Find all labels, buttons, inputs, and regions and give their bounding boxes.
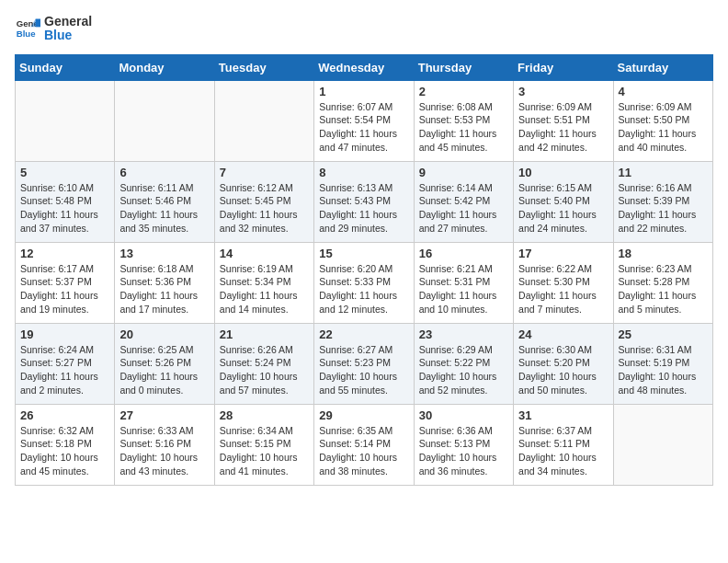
calendar-day-cell: 6Sunrise: 6:11 AM Sunset: 5:46 PM Daylig… (115, 161, 214, 242)
day-info: Sunrise: 6:13 AM Sunset: 5:43 PM Dayligh… (319, 181, 408, 236)
day-number: 20 (119, 327, 209, 341)
day-of-week-header: Sunday (16, 54, 115, 80)
day-number: 9 (419, 166, 508, 179)
day-info: Sunrise: 6:19 AM Sunset: 5:34 PM Dayligh… (220, 262, 309, 316)
day-number: 23 (419, 327, 508, 341)
calendar-day-cell: 8Sunrise: 6:13 AM Sunset: 5:43 PM Daylig… (314, 161, 414, 242)
day-number: 3 (518, 85, 608, 98)
day-number: 11 (619, 166, 708, 179)
day-number: 26 (20, 408, 109, 422)
day-of-week-header: Tuesday (214, 54, 313, 80)
day-number: 25 (619, 327, 708, 341)
day-number: 7 (220, 166, 309, 179)
day-info: Sunrise: 6:10 AM Sunset: 5:48 PM Dayligh… (20, 181, 109, 236)
calendar-day-cell: 29Sunrise: 6:35 AM Sunset: 5:14 PM Dayli… (314, 404, 414, 485)
day-number: 1 (319, 85, 408, 98)
calendar-week-row: 19Sunrise: 6:24 AM Sunset: 5:27 PM Dayli… (16, 323, 713, 404)
day-info: Sunrise: 6:24 AM Sunset: 5:27 PM Dayligh… (20, 343, 109, 397)
day-info: Sunrise: 6:09 AM Sunset: 5:50 PM Dayligh… (619, 100, 708, 155)
calendar-day-cell: 24Sunrise: 6:30 AM Sunset: 5:20 PM Dayli… (514, 323, 613, 404)
calendar-day-cell: 16Sunrise: 6:21 AM Sunset: 5:31 PM Dayli… (414, 242, 513, 323)
day-info: Sunrise: 6:25 AM Sunset: 5:26 PM Dayligh… (119, 343, 209, 397)
day-number: 29 (319, 408, 408, 422)
day-number: 19 (20, 327, 109, 341)
logo-general: General (44, 15, 92, 29)
calendar-week-row: 1Sunrise: 6:07 AM Sunset: 5:54 PM Daylig… (16, 80, 713, 161)
day-info: Sunrise: 6:20 AM Sunset: 5:33 PM Dayligh… (319, 262, 408, 316)
day-info: Sunrise: 6:31 AM Sunset: 5:19 PM Dayligh… (619, 343, 708, 397)
calendar-day-cell: 25Sunrise: 6:31 AM Sunset: 5:19 PM Dayli… (613, 323, 712, 404)
day-number: 15 (319, 247, 408, 260)
day-info: Sunrise: 6:35 AM Sunset: 5:14 PM Dayligh… (319, 424, 408, 478)
calendar-day-cell: 5Sunrise: 6:10 AM Sunset: 5:48 PM Daylig… (16, 161, 115, 242)
day-info: Sunrise: 6:37 AM Sunset: 5:11 PM Dayligh… (518, 424, 608, 478)
day-info: Sunrise: 6:30 AM Sunset: 5:20 PM Dayligh… (518, 343, 608, 397)
calendar-day-cell: 31Sunrise: 6:37 AM Sunset: 5:11 PM Dayli… (514, 404, 613, 485)
calendar-day-cell: 27Sunrise: 6:33 AM Sunset: 5:16 PM Dayli… (115, 404, 214, 485)
calendar-day-cell (214, 80, 313, 161)
day-of-week-header: Monday (115, 54, 214, 80)
calendar-day-cell: 22Sunrise: 6:27 AM Sunset: 5:23 PM Dayli… (314, 323, 414, 404)
day-of-week-header: Saturday (613, 54, 712, 80)
day-info: Sunrise: 6:09 AM Sunset: 5:51 PM Dayligh… (518, 100, 608, 155)
calendar-day-cell: 13Sunrise: 6:18 AM Sunset: 5:36 PM Dayli… (115, 242, 214, 323)
day-info: Sunrise: 6:29 AM Sunset: 5:22 PM Dayligh… (419, 343, 508, 397)
logo: General Blue General Blue (15, 15, 92, 43)
day-number: 30 (419, 408, 508, 422)
day-number: 10 (518, 166, 608, 179)
svg-text:Blue: Blue (17, 29, 36, 39)
calendar-table: SundayMondayTuesdayWednesdayThursdayFrid… (15, 54, 713, 486)
day-info: Sunrise: 6:33 AM Sunset: 5:16 PM Dayligh… (119, 424, 209, 478)
calendar-day-cell: 17Sunrise: 6:22 AM Sunset: 5:30 PM Dayli… (514, 242, 613, 323)
calendar-day-cell: 11Sunrise: 6:16 AM Sunset: 5:39 PM Dayli… (613, 161, 712, 242)
calendar-day-cell: 30Sunrise: 6:36 AM Sunset: 5:13 PM Dayli… (414, 404, 513, 485)
day-number: 27 (119, 408, 209, 422)
day-info: Sunrise: 6:26 AM Sunset: 5:24 PM Dayligh… (220, 343, 309, 397)
day-number: 22 (319, 327, 408, 341)
day-number: 14 (220, 247, 309, 260)
day-number: 28 (220, 408, 309, 422)
calendar-day-cell: 18Sunrise: 6:23 AM Sunset: 5:28 PM Dayli… (613, 242, 712, 323)
day-info: Sunrise: 6:34 AM Sunset: 5:15 PM Dayligh… (220, 424, 309, 478)
day-number: 24 (518, 327, 608, 341)
calendar-header-row: SundayMondayTuesdayWednesdayThursdayFrid… (16, 54, 713, 80)
day-info: Sunrise: 6:22 AM Sunset: 5:30 PM Dayligh… (518, 262, 608, 316)
day-info: Sunrise: 6:23 AM Sunset: 5:28 PM Dayligh… (619, 262, 708, 316)
day-info: Sunrise: 6:36 AM Sunset: 5:13 PM Dayligh… (419, 424, 508, 478)
logo-blue: Blue (44, 29, 92, 42)
calendar-day-cell: 4Sunrise: 6:09 AM Sunset: 5:50 PM Daylig… (613, 80, 712, 161)
calendar-week-row: 5Sunrise: 6:10 AM Sunset: 5:48 PM Daylig… (16, 161, 713, 242)
calendar-day-cell (16, 80, 115, 161)
day-number: 17 (518, 247, 608, 260)
day-info: Sunrise: 6:17 AM Sunset: 5:37 PM Dayligh… (20, 262, 109, 316)
calendar-day-cell: 2Sunrise: 6:08 AM Sunset: 5:53 PM Daylig… (414, 80, 513, 161)
day-number: 4 (619, 85, 708, 98)
calendar-day-cell: 19Sunrise: 6:24 AM Sunset: 5:27 PM Dayli… (16, 323, 115, 404)
day-number: 12 (20, 247, 109, 260)
day-info: Sunrise: 6:15 AM Sunset: 5:40 PM Dayligh… (518, 181, 608, 236)
day-info: Sunrise: 6:16 AM Sunset: 5:39 PM Dayligh… (619, 181, 708, 236)
day-info: Sunrise: 6:08 AM Sunset: 5:53 PM Dayligh… (419, 100, 508, 155)
day-info: Sunrise: 6:14 AM Sunset: 5:42 PM Dayligh… (419, 181, 508, 236)
day-info: Sunrise: 6:21 AM Sunset: 5:31 PM Dayligh… (419, 262, 508, 316)
calendar-day-cell: 9Sunrise: 6:14 AM Sunset: 5:42 PM Daylig… (414, 161, 513, 242)
calendar-day-cell: 12Sunrise: 6:17 AM Sunset: 5:37 PM Dayli… (16, 242, 115, 323)
logo-icon: General Blue (15, 16, 40, 41)
day-number: 31 (518, 408, 608, 422)
calendar-day-cell (115, 80, 214, 161)
day-info: Sunrise: 6:11 AM Sunset: 5:46 PM Dayligh… (119, 181, 209, 236)
calendar-day-cell: 3Sunrise: 6:09 AM Sunset: 5:51 PM Daylig… (514, 80, 613, 161)
day-number: 21 (220, 327, 309, 341)
calendar-day-cell: 1Sunrise: 6:07 AM Sunset: 5:54 PM Daylig… (314, 80, 414, 161)
calendar-day-cell: 10Sunrise: 6:15 AM Sunset: 5:40 PM Dayli… (514, 161, 613, 242)
calendar-day-cell: 26Sunrise: 6:32 AM Sunset: 5:18 PM Dayli… (16, 404, 115, 485)
calendar-day-cell: 20Sunrise: 6:25 AM Sunset: 5:26 PM Dayli… (115, 323, 214, 404)
day-number: 6 (119, 166, 209, 179)
calendar-day-cell: 28Sunrise: 6:34 AM Sunset: 5:15 PM Dayli… (214, 404, 313, 485)
day-of-week-header: Thursday (414, 54, 513, 80)
day-number: 16 (419, 247, 508, 260)
day-info: Sunrise: 6:07 AM Sunset: 5:54 PM Dayligh… (319, 100, 408, 155)
day-number: 18 (619, 247, 708, 260)
calendar-day-cell: 23Sunrise: 6:29 AM Sunset: 5:22 PM Dayli… (414, 323, 513, 404)
day-number: 2 (419, 85, 508, 98)
